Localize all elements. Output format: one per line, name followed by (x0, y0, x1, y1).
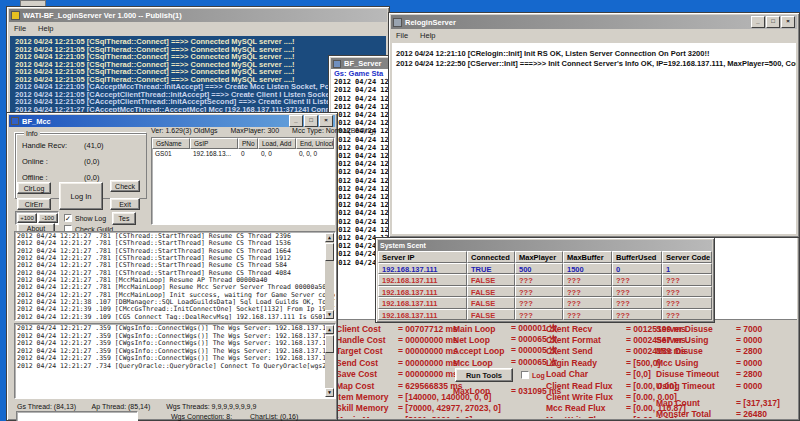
run-tools-button[interactable]: Run Tools (455, 368, 513, 382)
scent-window-title: System Scent (380, 242, 426, 249)
mcc-main-log: 2012 04/24 12:21:27 .781 [CSThread::Star… (14, 231, 336, 321)
table-cell: ??? (612, 274, 662, 286)
checkbox-unchecked[interactable] (521, 371, 529, 379)
checkbox-checked[interactable]: ✓ (64, 214, 72, 222)
relogin-window-title: ReloginServer (405, 18, 456, 27)
table-cell: 0, 0 (258, 149, 296, 159)
maximize-button[interactable]: □ (304, 115, 318, 127)
table-cell: ??? (515, 274, 563, 286)
login-title-bar[interactable]: WATI-BF_LoginServer Ver 1.000 -- Publish… (9, 9, 387, 22)
clrlog-button[interactable]: ClrLog (17, 182, 51, 194)
table-cell: ??? (563, 297, 612, 309)
table-cell: FALSE (467, 309, 515, 321)
window-bf-mcc: BF_Mcc _ □ × Info Handle Recv:(41,0)Onli… (6, 112, 338, 421)
wgs-threads-status: Wgs Threads: 9,9,9,9,9,9,9,9 (166, 403, 256, 410)
command-input[interactable] (16, 411, 138, 421)
scent-title-bar[interactable]: System Scent (378, 240, 712, 251)
stat-line: Using Timeout= 0000 (656, 380, 762, 391)
scroll-down-icon[interactable]: ▼ (325, 310, 334, 319)
mcc-status-row-1: Gs Thread: (84,13) Ap Thread: (85,14) Wg… (17, 403, 270, 410)
table-cell: ??? (515, 297, 563, 309)
stat-line: Skill Memory= [70000, 42977, 27023, 0] (336, 403, 501, 414)
gs-stats-panel: Client Cost= 00707712 msHandle Cost= 000… (331, 319, 797, 418)
table-cell: ??? (612, 297, 662, 309)
minimize-button[interactable]: _ (751, 16, 765, 28)
table-cell: 0 (238, 149, 258, 159)
mcc-client-area: Info Handle Recv:(41,0)Online :(0,0)Offl… (9, 127, 335, 420)
table-cell: ??? (662, 274, 712, 286)
table-cell: GsIP (190, 138, 238, 149)
relogin-app-icon (393, 18, 402, 27)
table-cell: 1500 (563, 263, 612, 275)
show-log-checkbox[interactable]: ✓ Show Log (64, 214, 106, 222)
table-cell: FALSE (467, 297, 515, 309)
log-checkbox[interactable]: Log (521, 371, 545, 379)
scroll-down-icon[interactable]: ▼ (325, 388, 334, 397)
log-checkbox-label: Log (532, 372, 545, 379)
gs-thread-status: Gs Thread: (84,13) (17, 403, 76, 410)
stat-line: Mcc Using= 0000 (656, 357, 762, 368)
clrerr-button[interactable]: ClrErr (17, 198, 51, 210)
maximize-button[interactable]: □ (766, 16, 780, 28)
login-app-icon (11, 11, 20, 20)
table-cell: FALSE (467, 274, 515, 286)
login-menu-file[interactable]: File (14, 24, 26, 32)
check-button[interactable]: Check (110, 180, 140, 192)
table-cell: Load, Add (258, 138, 296, 149)
relogin-title-bar[interactable]: ReloginServer _ □ × (391, 15, 797, 29)
mcc-app-icon (11, 117, 19, 125)
scrollbar[interactable]: ▲ ▼ (325, 233, 334, 319)
table-cell: Server IP (378, 251, 467, 263)
stat-line: Monster Total= 26480 (656, 408, 780, 418)
table-cell: 500 (515, 263, 563, 275)
tes-button[interactable]: Tes (112, 212, 136, 225)
log-line: 2012 04/24 12:21:27 .734 [QueryOracle::Q… (17, 363, 325, 371)
info-groupbox-label: Info (24, 130, 40, 137)
table-cell: End, Unlock, Del (296, 138, 334, 149)
table-row: 192.168.137.111TRUE500150001 (378, 263, 712, 275)
minimize-button[interactable]: _ (289, 115, 303, 127)
login-menu-bar: File Help (9, 22, 387, 34)
minus-100-button[interactable]: -100 (38, 213, 58, 223)
version-text: Ver: 1.629(3) OldMgs (151, 127, 218, 134)
stat-line: Map Count= [317,317] (656, 397, 780, 408)
maxplayer-text: MaxPlayer: 300 (230, 127, 279, 134)
scroll-thumb[interactable] (325, 335, 334, 353)
close-button[interactable]: × (319, 115, 333, 127)
close-button[interactable]: × (781, 16, 795, 28)
relogin-menu-help[interactable]: Help (420, 31, 435, 39)
stats-loop-column: Main Loop= 000001 次Net Loop= 000065 次Acc… (453, 323, 558, 369)
scroll-up-icon[interactable]: ▲ (325, 233, 334, 242)
stats-map-column: Map Count= [317,317]Monster Total= 26480… (656, 397, 780, 418)
scroll-thumb[interactable] (325, 243, 334, 261)
relogin-menu-file[interactable]: File (396, 31, 408, 39)
table-cell: Connected (467, 251, 515, 263)
mcc-window-title: BF_Mcc (22, 117, 51, 126)
desktop: WATI-BF_LoginServer Ver 1.000 -- Publish… (0, 0, 800, 421)
login-menu-help[interactable]: Help (38, 24, 53, 32)
login-window-title: WATI-BF_LoginServer Ver 1.000 -- Publish… (23, 11, 182, 20)
scrollbar[interactable]: ▲ ▼ (325, 325, 334, 397)
table-cell: 192.168.137.111 (378, 286, 467, 298)
mcc-header-line: Ver: 1.629(3) OldMgs MaxPlayer: 300 Mcc … (151, 127, 387, 134)
table-cell: ??? (612, 309, 662, 321)
stat-line: Mcc Loop= 000065 次 (453, 357, 558, 368)
table-cell: ??? (563, 274, 612, 286)
show-log-label: Show Log (75, 215, 106, 222)
window-system-scent: System Scent Server IPConnectedMaxPlayer… (375, 237, 715, 323)
table-cell: MaxPlayer (515, 251, 563, 263)
login-button[interactable]: Log In (59, 182, 103, 210)
table-cell: 1 (662, 263, 712, 275)
mcctype-text: Mcc Type: Normal(BeiJing) (292, 127, 376, 134)
table-row[interactable]: GS01192.168.13...00, 00, 0, 0 (152, 149, 334, 159)
table-row: 192.168.137.111FALSE???????????? (378, 286, 712, 298)
plus-100-button[interactable]: +100 (17, 213, 37, 223)
ap-thread-status: Ap Thread: (85,14) (92, 403, 151, 410)
exit-button[interactable]: Exit (110, 198, 140, 210)
mcc-title-bar[interactable]: BF_Mcc _ □ × (9, 115, 335, 127)
scroll-up-icon[interactable]: ▲ (325, 325, 334, 334)
table-cell: 192.168.137.111 (378, 274, 467, 286)
log-line: 2012 04/24 12:21:10 [CRelogin::Init] Ini… (396, 49, 796, 59)
table-cell: Server Code (662, 251, 712, 263)
gs-window-title: BF_Server (344, 59, 382, 68)
